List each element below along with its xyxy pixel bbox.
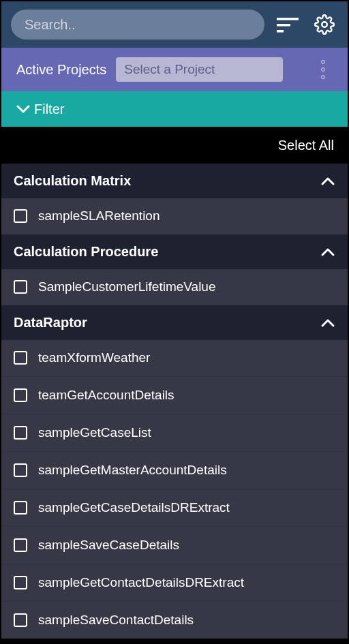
- more-menu-icon[interactable]: [314, 60, 333, 79]
- sort-icon[interactable]: [274, 11, 301, 38]
- checkbox[interactable]: [14, 576, 27, 589]
- checkbox[interactable]: [14, 501, 27, 515]
- item-label: sampleGetContactDetailsDRExtract: [38, 575, 244, 590]
- list-item[interactable]: sampleGetMasterAccountDetails: [1, 452, 348, 489]
- project-select[interactable]: Select a Project: [116, 57, 283, 82]
- chevron-down-icon: [16, 104, 30, 114]
- checkbox[interactable]: [14, 209, 27, 223]
- item-label: teamXformWeather: [38, 350, 150, 365]
- item-label: sampleGetCaseList: [38, 425, 151, 440]
- select-all-row: Select All: [1, 127, 348, 164]
- item-label: sampleSLARetention: [38, 209, 160, 224]
- list-item[interactable]: sampleSaveContactDetails: [1, 602, 348, 639]
- item-label: sampleGetCaseDetailsDRExtract: [38, 500, 230, 515]
- chevron-up-icon: [320, 318, 335, 328]
- section-body-dataraptor: teamXformWeather teamGetAccountDetails s…: [1, 340, 348, 639]
- filter-label: Filter: [34, 102, 64, 117]
- item-label: SampleCustomerLifetimeValue: [38, 279, 216, 294]
- projects-bar: Active Projects Select a Project: [1, 48, 348, 91]
- checkbox[interactable]: [14, 280, 27, 294]
- checkbox[interactable]: [14, 463, 27, 477]
- active-projects-label: Active Projects: [16, 62, 106, 78]
- section-header-calculation-matrix[interactable]: Calculation Matrix: [1, 164, 348, 198]
- search-input[interactable]: [11, 10, 264, 40]
- list-item[interactable]: sampleGetCaseDetailsDRExtract: [1, 489, 348, 527]
- list-item[interactable]: teamXformWeather: [1, 340, 348, 377]
- section-title: Calculation Matrix: [14, 173, 131, 189]
- svg-point-3: [322, 22, 327, 27]
- svg-rect-2: [277, 30, 284, 33]
- filter-toggle[interactable]: Filter: [1, 91, 348, 127]
- section-title: Calculation Procedure: [14, 244, 158, 260]
- select-all-button[interactable]: Select All: [278, 138, 334, 153]
- list-item[interactable]: sampleGetCaseList: [1, 414, 348, 452]
- list-item[interactable]: sampleSaveCaseDetails: [1, 527, 348, 564]
- item-label: sampleSaveContactDetails: [38, 613, 194, 628]
- checkbox[interactable]: [14, 426, 27, 440]
- svg-rect-0: [277, 18, 299, 20]
- checkbox[interactable]: [14, 388, 27, 402]
- item-label: sampleSaveCaseDetails: [38, 538, 179, 553]
- list-item[interactable]: teamGetAccountDetails: [1, 377, 348, 414]
- list-item[interactable]: SampleCustomerLifetimeValue: [1, 269, 348, 305]
- section-header-calculation-procedure[interactable]: Calculation Procedure: [1, 234, 348, 269]
- chevron-up-icon: [320, 177, 335, 186]
- section-body-calculation-matrix: sampleSLARetention: [1, 198, 348, 234]
- list-item[interactable]: sampleSLARetention: [1, 198, 348, 234]
- list-item[interactable]: sampleGetContactDetailsDRExtract: [1, 564, 348, 602]
- checkbox[interactable]: [14, 613, 27, 627]
- item-label: sampleGetMasterAccountDetails: [38, 463, 227, 478]
- checkbox[interactable]: [14, 351, 27, 365]
- svg-rect-1: [277, 24, 290, 27]
- chevron-up-icon: [320, 247, 335, 257]
- item-label: teamGetAccountDetails: [38, 388, 174, 403]
- project-select-placeholder: Select a Project: [124, 62, 215, 77]
- top-bar: [1, 1, 348, 48]
- section-body-calculation-procedure: SampleCustomerLifetimeValue: [1, 269, 348, 305]
- section-header-dataraptor[interactable]: DataRaptor: [1, 305, 348, 340]
- section-title: DataRaptor: [14, 315, 87, 331]
- gear-icon[interactable]: [311, 11, 338, 38]
- checkbox[interactable]: [14, 538, 27, 552]
